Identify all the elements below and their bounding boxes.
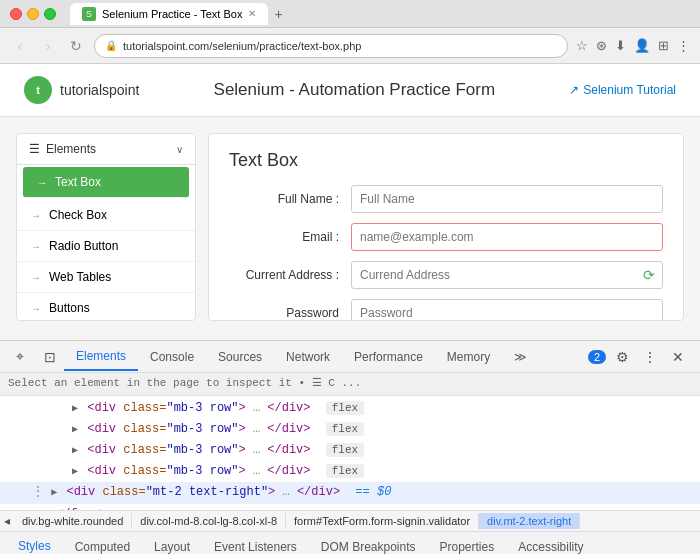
forward-button[interactable]: › — [38, 38, 58, 54]
bottom-tab-layout[interactable]: Layout — [142, 535, 202, 555]
sidebar-item-radiobutton[interactable]: → Radio Button — [17, 231, 195, 262]
breadcrumb-item-2[interactable]: form#TextForm.form-signin.validator — [286, 513, 479, 529]
bottom-tab-properties[interactable]: Properties — [428, 535, 507, 555]
hamburger-icon: ☰ — [29, 142, 40, 156]
bottom-tab-dombreakpoints[interactable]: DOM Breakpoints — [309, 535, 428, 555]
sidebar-header-label: Elements — [46, 142, 96, 156]
breadcrumb-left-arrow[interactable]: ◂ — [0, 514, 14, 528]
arrow-icon: → — [37, 177, 47, 188]
breadcrumb-item-1[interactable]: div.col-md-8.col-lg-8.col-xl-8 — [132, 513, 286, 529]
bottom-tab-accessibility[interactable]: Accessibility — [506, 535, 595, 555]
tutorial-link[interactable]: ↗ Selenium Tutorial — [569, 83, 676, 97]
breadcrumb-bar: ◂ div.bg-white.rounded div.col-md-8.col-… — [0, 510, 700, 532]
arrow-icon: → — [31, 241, 41, 252]
profile-icon[interactable]: 👤 — [634, 38, 650, 53]
copy-icon[interactable]: ⟳ — [643, 267, 655, 283]
bottom-tab-bar: Styles Computed Layout Event Listeners D… — [0, 532, 700, 554]
refresh-button[interactable]: ↻ — [66, 38, 86, 54]
sidebar-item-label: Buttons — [49, 301, 90, 315]
fullname-label: Full Name : — [229, 192, 339, 206]
more-tabs-button[interactable]: ≫ — [502, 344, 539, 370]
sidebar-item-label: Web Tables — [49, 270, 111, 284]
highlighted-html-line[interactable]: ⋮ ▶ <div class="mt-2 text-right"> … </di… — [0, 482, 700, 503]
download-icon[interactable]: ⬇ — [615, 38, 626, 53]
html-line[interactable]: ▶ <div class="mb-3 row"> … </div> flex — [0, 461, 700, 482]
url-text: tutorialspoint.com/selenium/practice/tex… — [123, 40, 361, 52]
html-line[interactable]: ▶ <div class="mb-3 row"> … </div> flex — [0, 419, 700, 440]
form-area: Text Box Full Name : Email : Current Add… — [208, 133, 684, 321]
inspect-bar: Select an element in the page to inspect… — [0, 373, 700, 396]
email-input[interactable] — [351, 223, 663, 251]
tab-elements[interactable]: Elements — [64, 343, 138, 371]
arrow-icon: → — [31, 272, 41, 283]
logo-icon: t — [24, 76, 52, 104]
sidebar-item-checkbox[interactable]: → Check Box — [17, 200, 195, 231]
main-content: ☰ Elements ∨ → Text Box → Check Box → Ra… — [0, 117, 700, 337]
toolbar-actions: ☆ ⊛ ⬇ 👤 ⊞ ⋮ — [576, 38, 690, 53]
extensions-icon[interactable]: ⊞ — [658, 38, 669, 53]
tab-network[interactable]: Network — [274, 344, 342, 370]
sidebar-header: ☰ Elements ∨ — [17, 134, 195, 165]
sidebar-header-left: ☰ Elements — [29, 142, 96, 156]
active-tab[interactable]: S Selenium Practice - Text Box ✕ — [70, 3, 268, 25]
bottom-tab-computed[interactable]: Computed — [63, 535, 142, 555]
devtools-tools: ⌖ ⊡ — [6, 343, 64, 371]
inspect-element-icon[interactable]: ⌖ — [6, 343, 34, 371]
html-tree: ▶ <div class="mb-3 row"> … </div> flex ▶… — [0, 396, 700, 510]
sidebar-item-label: Check Box — [49, 208, 107, 222]
password-label: Password — [229, 306, 339, 320]
close-button[interactable] — [10, 8, 22, 20]
page-content: t tutorialspoint Selenium - Automation P… — [0, 64, 700, 340]
form-row-password: Password — [229, 299, 663, 321]
tab-close-icon[interactable]: ✕ — [248, 8, 256, 19]
close-devtools-icon[interactable]: ✕ — [666, 345, 690, 369]
form-row-fullname: Full Name : — [229, 185, 663, 213]
tab-performance[interactable]: Performance — [342, 344, 435, 370]
shield-icon[interactable]: ⊛ — [596, 38, 607, 53]
more-options-icon[interactable]: ⋮ — [638, 345, 662, 369]
devtools-content: Select an element in the page to inspect… — [0, 373, 700, 510]
sidebar-item-buttons[interactable]: → Buttons — [17, 293, 195, 321]
bottom-tab-styles[interactable]: Styles — [6, 534, 63, 555]
sidebar-item-textbox[interactable]: → Text Box — [23, 167, 189, 198]
breadcrumb-item-3[interactable]: div.mt-2.text-right — [479, 513, 580, 529]
device-toolbar-icon[interactable]: ⊡ — [36, 343, 64, 371]
lock-icon: 🔒 — [105, 40, 117, 51]
logo-area: t tutorialspoint — [24, 76, 139, 104]
traffic-lights — [10, 8, 56, 20]
tab-bar: S Selenium Practice - Text Box ✕ + — [70, 3, 690, 25]
tab-title: Selenium Practice - Text Box — [102, 8, 242, 20]
address-bar[interactable]: 🔒 tutorialspoint.com/selenium/practice/t… — [94, 34, 568, 58]
tab-console[interactable]: Console — [138, 344, 206, 370]
breadcrumb-item-0[interactable]: div.bg-white.rounded — [14, 513, 132, 529]
triangle-icon: ▶ — [72, 466, 78, 477]
sidebar-item-webtables[interactable]: → Web Tables — [17, 262, 195, 293]
triangle-icon: ▶ — [72, 445, 78, 456]
address-input[interactable] — [351, 261, 663, 289]
devtools-actions: 2 ⚙ ⋮ ✕ — [588, 345, 696, 369]
html-line[interactable]: ▶ <div class="mb-3 row"> … </div> flex — [0, 440, 700, 461]
menu-icon[interactable]: ⋮ — [677, 38, 690, 53]
issues-badge[interactable]: 2 — [588, 350, 606, 364]
bookmark-icon[interactable]: ☆ — [576, 38, 588, 53]
sidebar-item-label: Text Box — [55, 175, 101, 189]
devtools-panel: ⌖ ⊡ Elements Console Sources Network Per… — [0, 340, 700, 554]
tab-sources[interactable]: Sources — [206, 344, 274, 370]
triangle-icon: ▶ — [51, 487, 57, 498]
address-label: Current Address : — [229, 268, 339, 282]
devtools-tab-bar: ⌖ ⊡ Elements Console Sources Network Per… — [0, 341, 700, 373]
html-line[interactable]: ▶ <div class="mb-3 row"> … </div> flex — [0, 398, 700, 419]
settings-icon[interactable]: ⚙ — [610, 345, 634, 369]
bottom-tab-eventlisteners[interactable]: Event Listeners — [202, 535, 309, 555]
maximize-button[interactable] — [44, 8, 56, 20]
new-tab-button[interactable]: + — [274, 6, 282, 22]
triangle-icon: ▶ — [72, 403, 78, 414]
password-input[interactable] — [351, 299, 663, 321]
browser-toolbar: ‹ › ↻ 🔒 tutorialspoint.com/selenium/prac… — [0, 28, 700, 64]
fullname-input[interactable] — [351, 185, 663, 213]
minimize-button[interactable] — [27, 8, 39, 20]
tab-memory[interactable]: Memory — [435, 344, 502, 370]
site-header: t tutorialspoint Selenium - Automation P… — [0, 64, 700, 117]
inspect-bar-text: Select an element in the page to inspect… — [8, 375, 361, 393]
back-button[interactable]: ‹ — [10, 38, 30, 54]
